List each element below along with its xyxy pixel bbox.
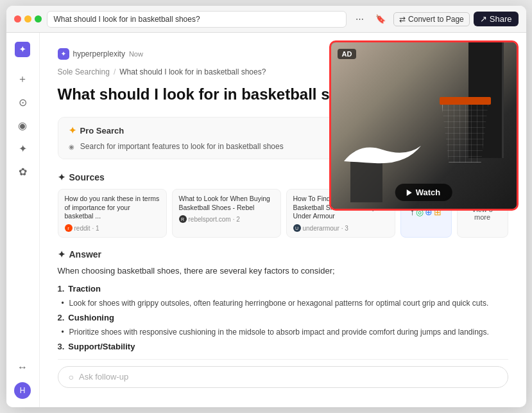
source-domain-1: r reddit · 1 [65, 224, 160, 232]
source-domain-3: U underarmour · 3 [293, 224, 388, 232]
logo-icon: ✦ [15, 42, 30, 57]
maximize-dot[interactable] [35, 15, 42, 22]
ua-icon: U [293, 224, 301, 232]
convert-label: Convert to Page [408, 15, 464, 24]
pro-search-label: Pro Search [80, 126, 124, 136]
convert-to-page-button[interactable]: ⇄ Convert to Page [393, 12, 470, 26]
app-logo[interactable]: ✦ [12, 39, 33, 60]
play-icon [407, 189, 412, 196]
profile-button[interactable]: H [12, 380, 33, 401]
breadcrumb-logo: ✦ [58, 48, 69, 60]
sidebar: ✦ ＋ ⊙ ◉ ✦ ✿ ↔ H [6, 33, 40, 407]
answer-icon: ✦ [58, 249, 65, 259]
domain-number-3: · 3 [341, 225, 348, 232]
content-area: ✦ hyperperplexity Now Sole Searching / W… [40, 33, 526, 407]
item-2-text: Cushioning [68, 313, 114, 322]
share-button[interactable]: ↗ Share [474, 12, 519, 26]
follow-up-input[interactable]: ○ Ask follow-up [58, 366, 508, 388]
search-button[interactable]: ⊙ [12, 92, 33, 112]
rebel-icon: R [179, 215, 187, 223]
pro-search-icon: ✦ [69, 125, 76, 136]
sources-label: Sources [69, 172, 105, 182]
answer-header: ✦ Answer [58, 249, 508, 259]
share-label: Share [490, 14, 512, 24]
item-3-text: Support/Stability [68, 342, 135, 351]
nike-swoosh-icon [344, 141, 421, 173]
answer-section: ✦ Answer When choosing basketball shoes,… [58, 249, 508, 351]
address-text: What should I look for in basketball sho… [54, 15, 200, 24]
search-query-text: Search for important features to look fo… [80, 142, 284, 151]
globe-button[interactable]: ◉ [12, 115, 33, 136]
main-area: ✦ ＋ ⊙ ◉ ✦ ✿ ↔ H ✦ hyperperplexity Now [6, 33, 526, 407]
browser-toolbar: What should I look for in basketball sho… [6, 6, 526, 33]
browser-window: What should I look for in basketball sho… [6, 6, 526, 407]
breadcrumb-parent: Sole Searching [58, 67, 110, 76]
sidebar-bottom: ↔ H [12, 357, 33, 401]
breadcrumb-current: What should I look for in basketball sho… [119, 67, 266, 76]
hoop-rim [440, 97, 491, 105]
hoop-net [442, 105, 488, 163]
source-card-2[interactable]: What to Look for When Buying Basketball … [172, 189, 281, 238]
watch-label: Watch [416, 188, 441, 197]
breadcrumb-separator: / [114, 67, 116, 76]
answer-bullet-1: Look for shoes with grippy outsoles, oft… [58, 297, 508, 309]
reddit-icon: r [65, 224, 73, 232]
address-bar[interactable]: What should I look for in basketball sho… [47, 11, 347, 28]
sources-icon: ✦ [58, 172, 65, 182]
source-card-1[interactable]: How do you rank these in terms of import… [58, 189, 167, 238]
answer-intro: When choosing basketball shoes, there ar… [58, 265, 508, 277]
watch-button[interactable]: Watch [395, 184, 452, 201]
library-button[interactable]: ✦ [12, 138, 33, 159]
query-dot: ◉ [69, 143, 74, 150]
ad-badge: AD [338, 49, 357, 59]
follow-up-placeholder: Ask follow-up [79, 372, 128, 382]
close-dot[interactable] [14, 15, 21, 22]
item-1-text: Traction [68, 284, 101, 294]
collapse-button[interactable]: ↔ [12, 357, 33, 378]
share-icon: ↗ [480, 14, 487, 24]
new-button[interactable]: ＋ [12, 69, 33, 89]
settings-button[interactable]: ✿ [12, 161, 33, 182]
domain-name-3: underarmour [303, 225, 339, 232]
source-domain-2: R rebelsport.com · 2 [179, 215, 274, 223]
convert-icon: ⇄ [399, 15, 406, 24]
answer-label: Answer [69, 249, 102, 259]
answer-item-3: Support/Stability [58, 342, 508, 351]
answer-item-2: Cushioning [58, 313, 508, 322]
answer-item-1: Traction [58, 284, 508, 294]
domain-name-2: rebelsport.com [189, 216, 231, 223]
ad-overlay: AD Watch [329, 40, 519, 211]
answer-bullet-2: Prioritize shoes with responsive cushion… [58, 326, 508, 338]
follow-up-bar: ○ Ask follow-up [58, 359, 508, 388]
ad-visual: AD Watch [331, 42, 517, 209]
bookmark-button[interactable]: 🔖 [372, 12, 390, 26]
minimize-dot[interactable] [24, 15, 31, 22]
toolbar-actions: ⋯ 🔖 ⇄ Convert to Page ↗ Share [352, 12, 518, 26]
domain-number-1: · 1 [92, 225, 99, 232]
more-button[interactable]: ⋯ [352, 12, 368, 26]
breadcrumb-brand: hyperperplexity [73, 49, 125, 58]
ad-container: AD Watch [331, 42, 517, 209]
source-title-1: How do you rank these in terms of import… [65, 195, 160, 221]
window-controls [14, 15, 42, 22]
follow-up-icon: ○ [69, 372, 74, 382]
domain-name-1: reddit [74, 225, 90, 232]
source-title-2: What to Look for When Buying Basketball … [179, 195, 274, 212]
breadcrumb-timestamp: Now [129, 50, 143, 58]
domain-number-2: · 2 [233, 216, 240, 223]
answer-list: Traction Look for shoes with grippy outs… [58, 284, 508, 351]
